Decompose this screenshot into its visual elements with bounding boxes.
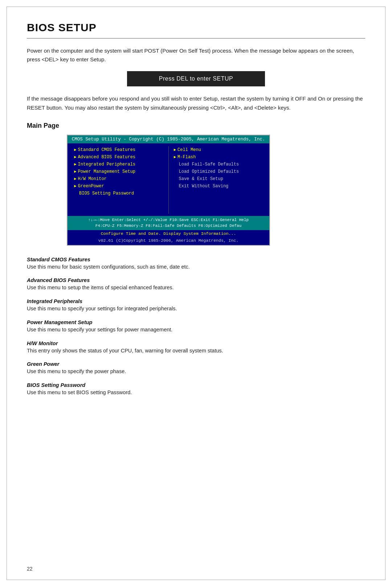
menu-item-desc: Use this menu to set BIOS setting Passwo… [27, 389, 365, 397]
menu-item-desc: Use this menu for basic system configura… [27, 263, 365, 271]
menu-item-title: BIOS Setting Password [27, 382, 365, 388]
title-divider [27, 38, 365, 38]
bios-arrow-icon: ► [74, 155, 77, 159]
bios-left-column: ►Standard CMOS Features►Advanced BIOS Fe… [72, 146, 169, 214]
main-page-section-title: Main Page [27, 122, 365, 130]
menu-item-section: Power Management SetupUse this menu to s… [27, 319, 365, 334]
menu-item-title: H/W Monitor [27, 340, 365, 346]
bios-right-item: ►Cell Menu [174, 146, 263, 154]
menu-item-desc: This entry only shows the status of your… [27, 347, 365, 355]
bios-left-item: ►H/W Monitor [74, 175, 163, 183]
bios-right-item: Save & Exit Setup [174, 175, 263, 183]
page-number: 22 [27, 566, 33, 572]
bios-arrow-icon: ► [74, 170, 77, 174]
bios-right-item: Load Fail-Safe Defaults [174, 161, 263, 168]
bios-left-item: ►Advanced BIOS Features [74, 154, 163, 161]
menu-item-section: H/W MonitorThis entry only shows the sta… [27, 340, 365, 355]
bios-right-item: ►M-Flash [174, 154, 263, 161]
bios-arrow-icon: ► [174, 148, 176, 152]
bios-copyright: v02.61 (C)Copyright 1985-2006, American … [68, 237, 269, 245]
menu-item-section: BIOS Setting PasswordUse this menu to se… [27, 382, 365, 397]
bios-keys-line1: ↑↓→←:Move Enter:Select +/-/:Value F10:Sa… [70, 217, 267, 223]
menu-item-desc: Use this menu to specify your settings f… [27, 326, 365, 334]
bios-right-item: Load Optimized Defaults [174, 168, 263, 175]
bios-left-item: ►Integrated Peripherals [74, 161, 163, 168]
bios-arrow-icon: ► [74, 184, 77, 188]
menu-item-title: Advanced BIOS Features [27, 277, 365, 283]
bios-body: ►Standard CMOS Features►Advanced BIOS Fe… [68, 143, 269, 216]
menu-item-section: Green PowerUse this menu to specify the … [27, 361, 365, 376]
menu-items-container: Standard CMOS FeaturesUse this menu for … [27, 257, 365, 397]
bios-keys-line2: F4:CPU-Z F5:Memory-Z F8:Fail-Safe Defaul… [70, 223, 267, 229]
menu-item-section: Integrated PeripheralsUse this menu to s… [27, 298, 365, 313]
bios-screen: CMOS Setup Utility - Copyright (C) 1985-… [67, 135, 270, 246]
bios-arrow-icon: ► [174, 155, 176, 159]
bios-arrow-icon: ► [74, 148, 77, 152]
menu-item-title: Green Power [27, 361, 365, 367]
menu-item-title: Integrated Peripherals [27, 298, 365, 304]
bios-left-item: ►Standard CMOS Features [74, 146, 163, 154]
second-paragraph: If the message disappears before you res… [27, 94, 365, 113]
menu-item-section: Standard CMOS FeaturesUse this menu for … [27, 257, 365, 271]
menu-item-title: Power Management Setup [27, 319, 365, 325]
menu-item-desc: Use this menu to setup the items of spec… [27, 284, 365, 292]
menu-item-section: Advanced BIOS FeaturesUse this menu to s… [27, 277, 365, 292]
bios-left-item: ►GreenPower [74, 183, 163, 190]
bios-right-item: Exit Without Saving [174, 183, 263, 190]
intro-paragraph: Power on the computer and the system wil… [27, 46, 365, 64]
bios-arrow-icon: ► [74, 177, 77, 181]
bios-left-item: BIOS Setting Password [74, 190, 163, 197]
press-del-box: Press DEL to enter SETUP [127, 71, 265, 86]
bios-left-item: ►Power Management Setup [74, 168, 163, 175]
menu-item-title: Standard CMOS Features [27, 257, 365, 262]
bios-title-bar: CMOS Setup Utility - Copyright (C) 1985-… [68, 135, 269, 143]
bios-right-column: ►Cell Menu►M-FlashLoad Fail-Safe Default… [169, 146, 265, 214]
bios-status-bar: Configure Time and Date. Display System … [68, 230, 269, 237]
bios-arrow-icon: ► [74, 162, 77, 167]
page-title: BIOS SETUP [27, 21, 365, 34]
menu-item-desc: Use this menu to specify the power phase… [27, 368, 365, 376]
bios-bottom-bar: ↑↓→←:Move Enter:Select +/-/:Value F10:Sa… [68, 216, 269, 230]
menu-item-desc: Use this menu to specify your settings f… [27, 305, 365, 313]
